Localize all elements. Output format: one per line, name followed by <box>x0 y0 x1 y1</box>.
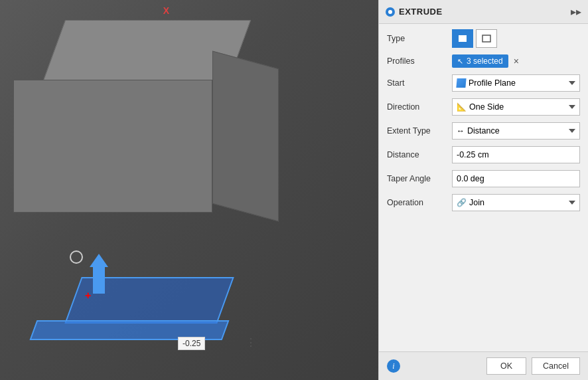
profiles-row: Profiles ↖ 3 selected × <box>387 54 580 68</box>
taper-input[interactable] <box>452 170 580 187</box>
extent-type-control: ↔ Distance <box>452 122 580 140</box>
panel-title: EXTRUDE <box>399 7 443 17</box>
taper-control <box>452 170 580 187</box>
type-btn-surface[interactable] <box>476 29 497 48</box>
direction-dropdown-arrow <box>569 105 575 109</box>
start-dropdown[interactable]: Profile Plane <box>452 74 580 92</box>
operation-value: Join <box>469 198 484 207</box>
circle-marker <box>70 250 83 264</box>
extent-type-label: Extent Type <box>387 126 447 136</box>
start-dropdown-arrow <box>569 81 575 85</box>
profiles-clear-button[interactable]: × <box>511 54 522 68</box>
type-row: Type <box>387 29 580 48</box>
extent-type-dropdown[interactable]: ↔ Distance <box>452 122 580 140</box>
footer-buttons: OK Cancel <box>486 357 580 375</box>
box-front-face <box>13 80 212 213</box>
dimension-input[interactable]: -0.25 <box>178 337 205 350</box>
extent-type-dropdown-arrow <box>569 129 575 133</box>
distance-label: Distance <box>387 150 447 159</box>
taper-label: Taper Angle <box>387 174 447 183</box>
panel-body: Type Profiles ↖ 3 selected × <box>379 24 588 351</box>
info-icon[interactable]: i <box>387 359 400 373</box>
profiles-control: ↖ 3 selected × <box>452 54 580 68</box>
cursor-icon: ↖ <box>457 57 463 66</box>
svg-rect-2 <box>482 35 490 42</box>
distance-row: Distance <box>387 146 580 163</box>
panel-title-icon <box>386 7 395 17</box>
extent-type-value: Distance <box>467 126 500 136</box>
operation-dropdown[interactable]: 🔗 Join <box>452 194 580 211</box>
direction-label: Direction <box>387 102 447 112</box>
panel-header: EXTRUDE ▸▸ <box>379 0 588 24</box>
panel-more-icon[interactable]: ▸▸ <box>571 5 581 18</box>
direction-value: One Side <box>469 102 504 112</box>
cancel-button[interactable]: Cancel <box>532 357 580 375</box>
start-value: Profile Plane <box>469 78 516 88</box>
direction-icon: 📐 <box>457 102 467 112</box>
dimension-options[interactable]: ⋮ <box>246 336 256 349</box>
svg-rect-1 <box>459 35 467 37</box>
type-label: Type <box>387 34 447 43</box>
distance-control <box>452 146 580 163</box>
start-label: Start <box>387 78 447 88</box>
start-control: Profile Plane <box>452 74 580 92</box>
direction-dropdown[interactable]: 📐 One Side <box>452 98 580 116</box>
direction-control: 📐 One Side <box>452 98 580 116</box>
operation-control: 🔗 Join <box>452 194 580 211</box>
panel-footer: i OK Cancel <box>379 351 588 380</box>
operation-dropdown-arrow <box>569 201 575 205</box>
origin-marker: + <box>85 290 91 302</box>
extrude-arrow <box>90 254 108 294</box>
operation-row: Operation 🔗 Join <box>387 194 580 211</box>
profiles-selected-text: 3 selected <box>467 56 503 66</box>
axis-x-label: X <box>163 5 169 16</box>
ok-button[interactable]: OK <box>486 357 526 375</box>
taper-row: Taper Angle <box>387 170 580 187</box>
extrude-panel: EXTRUDE ▸▸ Type Profiles ↖ 3 selec <box>378 0 588 380</box>
3d-box <box>13 20 265 233</box>
profile-plane-icon <box>456 78 466 88</box>
operation-label: Operation <box>387 198 447 207</box>
panel-title-row: EXTRUDE <box>386 7 443 17</box>
type-btn-solid[interactable] <box>452 29 473 48</box>
viewport[interactable]: X + -0.25 ⋮ <box>0 0 378 380</box>
box-right-face <box>212 51 279 222</box>
distance-input[interactable] <box>452 146 580 163</box>
profiles-selected-badge[interactable]: ↖ 3 selected <box>452 54 508 68</box>
extent-type-row: Extent Type ↔ Distance <box>387 122 580 140</box>
start-row: Start Profile Plane <box>387 74 580 92</box>
extent-type-icon: ↔ <box>457 126 465 136</box>
direction-row: Direction 📐 One Side <box>387 98 580 116</box>
type-control <box>452 29 580 48</box>
profiles-label: Profiles <box>387 56 447 66</box>
operation-icon: 🔗 <box>457 198 467 207</box>
